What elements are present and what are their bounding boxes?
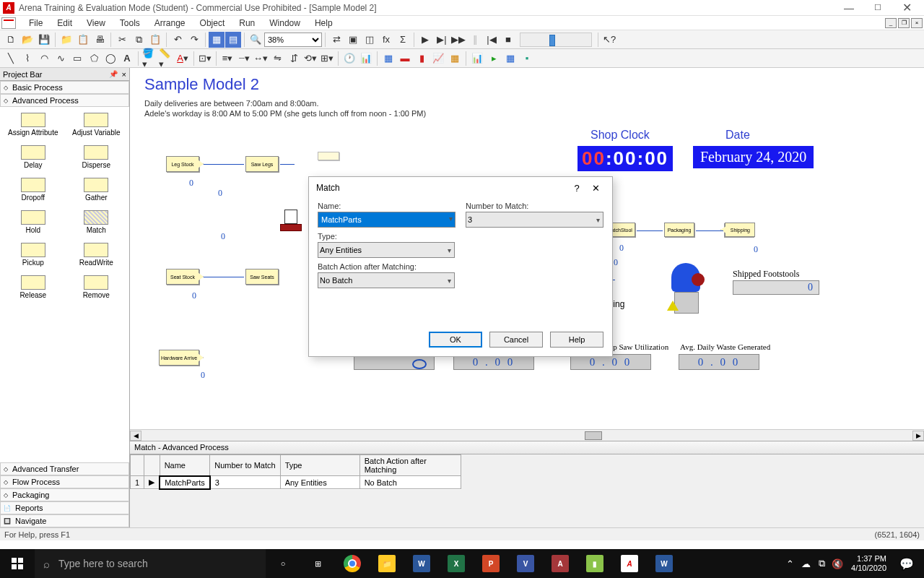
projectbar-close-icon[interactable]: × [122,70,126,79]
access-icon[interactable]: A [543,549,578,578]
step-icon[interactable]: ▶| [434,32,450,48]
ok-button[interactable]: OK [429,332,482,348]
text-color-icon[interactable]: A▾ [175,51,191,66]
cut-icon[interactable]: ✂ [114,32,130,48]
mdi-restore[interactable]: ❐ [898,18,910,28]
chrome-icon[interactable] [335,549,370,578]
word2-icon[interactable]: W [647,549,681,578]
block-packaging[interactable]: Packaging [664,223,694,237]
expr-icon[interactable]: fx [378,32,394,48]
cell-number[interactable]: 3 [210,476,280,489]
scroll-right-icon[interactable]: ▶ [912,431,924,441]
rotate-icon[interactable]: ⟲▾ [302,51,318,66]
module-adjust-variable[interactable]: Adjust Variable [66,110,127,139]
taskview-icon[interactable]: ⊞ [300,549,335,578]
menu-edit[interactable]: Edit [50,17,79,30]
chart8-icon[interactable]: ▦ [502,51,518,66]
block-leg-stock[interactable]: Leg Stock [166,156,199,172]
cell-type[interactable]: Any Entities [280,476,359,489]
cell-batch[interactable]: No Batch [359,476,461,489]
chart6-icon[interactable]: 📊 [469,51,485,66]
block-saw-seats[interactable]: Saw Seats [245,269,279,285]
cat-advanced-transfer[interactable]: ◇Advanced Transfer [0,462,129,475]
line-weight-icon[interactable]: ≡▾ [219,51,235,66]
mdi-close[interactable]: × [911,18,923,28]
layout2-icon[interactable]: ▤ [225,32,241,48]
module-hold[interactable]: Hold [3,207,64,237]
chart4-icon[interactable]: 📈 [430,51,446,66]
pin-icon[interactable]: 📌 [109,70,118,78]
tray-up-icon[interactable]: ⌃ [782,558,798,569]
help-arrow-icon[interactable]: ↖? [601,32,617,48]
cat-packaging[interactable]: ◇Packaging [0,488,129,501]
onedrive-icon[interactable]: ☁ [798,558,814,569]
ff-icon[interactable]: ▶▶ [450,32,466,48]
save-icon[interactable]: 💾 [36,32,52,48]
paste-icon[interactable]: 📋 [147,32,163,48]
ellipse-icon[interactable]: ◯ [103,51,118,66]
sigma-icon[interactable]: Σ [395,32,411,48]
word-icon[interactable]: W [404,549,439,578]
snap-icon[interactable]: ⊞▾ [319,51,335,66]
text-icon[interactable]: A [119,51,135,66]
module-pickup[interactable]: Pickup [3,240,64,269]
menu-arrange[interactable]: Arrange [147,17,193,30]
menu-object[interactable]: Object [193,17,232,30]
block-shipping[interactable]: Shipping [725,223,755,237]
close-button[interactable]: ✕ [892,0,921,16]
module-gather[interactable]: Gather [66,175,127,204]
cortana-icon[interactable]: ○ [266,549,300,578]
menu-view[interactable]: View [79,17,113,30]
chart1-icon[interactable]: ▦ [380,51,396,66]
redo-icon[interactable]: ↷ [186,32,202,48]
var-icon[interactable]: 📊 [358,51,374,66]
line-color-icon[interactable]: 📏▾ [158,51,174,66]
cell-name[interactable]: MatchParts [160,476,210,489]
menu-file[interactable]: File [22,17,50,30]
dropbox-icon[interactable]: ⧉ [814,558,829,569]
cat-reports[interactable]: 📄Reports [0,501,129,514]
print-icon[interactable]: 🖶 [92,32,108,48]
taskbar-clock[interactable]: 1:37 PM 4/10/2020 [845,554,892,573]
block-saw-legs[interactable]: Saw Legs [245,156,279,172]
powerpoint-icon[interactable]: P [474,549,508,578]
flip-h-icon[interactable]: ⇋ [269,51,285,66]
chart9-icon[interactable]: ▪ [519,51,535,66]
group-icon[interactable]: ⊡▾ [197,51,213,66]
type-select[interactable]: Any Entities [318,242,455,258]
minitab-icon[interactable]: ▮ [578,549,612,578]
block-seat-stock[interactable]: Seat Stock [166,269,199,285]
col-batch[interactable]: Batch Action after Matching [359,455,461,476]
curve-icon[interactable]: ∿ [53,51,69,66]
taskbar-search[interactable]: ⌕ Type here to search [35,549,266,578]
cancel-button[interactable]: Cancel [489,332,543,348]
arena-icon[interactable]: A [612,549,647,578]
chart3-icon[interactable]: ▮ [414,51,430,66]
cat-navigate[interactable]: 🔲Navigate [0,514,129,527]
module-assign-attribute[interactable]: Assign Attribute [3,110,64,139]
flip-v-icon[interactable]: ⇵ [286,51,302,66]
cat-flow-process[interactable]: ◇Flow Process [0,475,129,488]
go-icon[interactable]: ▶ [417,32,433,48]
module-disperse[interactable]: Disperse [66,142,127,172]
excel-icon[interactable]: X [439,549,474,578]
speed-slider[interactable] [520,33,592,47]
pause-icon[interactable]: ‖ [467,32,483,48]
col-number[interactable]: Number to Match [210,455,280,476]
start-button[interactable] [0,549,35,578]
dialog-help-icon[interactable]: ? [567,183,586,194]
template-icon[interactable]: 📋 [75,32,91,48]
undo-icon[interactable]: ↶ [170,32,186,48]
explorer-icon[interactable]: 📁 [370,549,404,578]
notification-icon[interactable]: 💬 [892,557,921,571]
menu-tools[interactable]: Tools [113,17,147,30]
arrow-icon[interactable]: ↔▾ [253,51,269,66]
spreadsheet-table[interactable]: Name Number to Match Type Batch Action a… [130,454,461,490]
module-match[interactable]: Match [66,207,127,237]
batch-select[interactable]: No Batch [318,272,455,288]
open-icon[interactable]: 📂 [19,32,35,48]
connect-icon[interactable]: ⇄ [328,32,344,48]
polygon-icon[interactable]: ⬠ [86,51,102,66]
cat-advanced-process[interactable]: ◇Advanced Process [0,94,129,107]
col-name[interactable]: Name [160,455,210,476]
